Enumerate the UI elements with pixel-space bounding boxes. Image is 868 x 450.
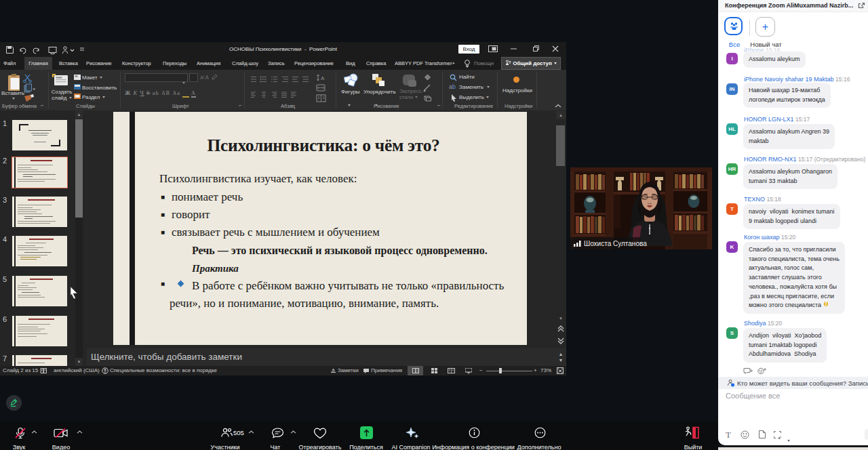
svg-text:Шохиста Султанова: Шохиста Султанова (584, 240, 647, 247)
svg-text:A: A (321, 75, 325, 81)
